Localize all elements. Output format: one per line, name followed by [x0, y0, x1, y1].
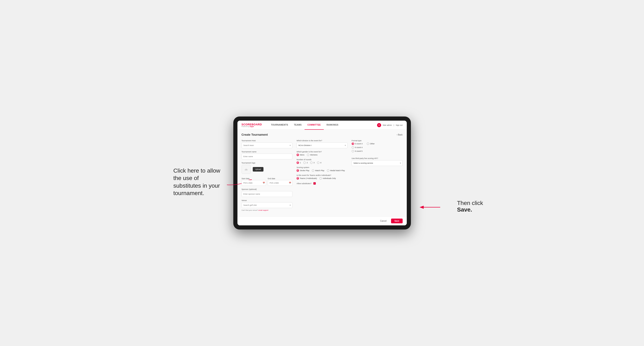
rounds-1-radio[interactable]	[296, 162, 299, 164]
gender-radio-group: Mens Womens	[296, 154, 348, 156]
gender-mens[interactable]: Mens	[296, 154, 304, 156]
scoring-medal-match-radio[interactable]	[327, 169, 329, 172]
substitutes-label: Allow substitutes?	[296, 182, 311, 184]
logo-placeholder-icon: ⛰	[242, 165, 251, 174]
tournament-name-label: Tournament name	[242, 151, 292, 153]
nav-signout[interactable]: Sign out	[396, 124, 402, 126]
gender-label: Which gender is the event for?	[296, 151, 348, 153]
format-6count5-radio[interactable]	[352, 150, 354, 152]
tournament-logo-label: Tournament logo	[242, 162, 292, 164]
format-grid: 5 count 4 Other 6 count 4	[352, 143, 403, 152]
logo-scoreboard: SCOREBOARD	[242, 123, 262, 126]
page-header: Create Tournament ‹ Back	[242, 133, 403, 136]
venue-input[interactable]	[242, 202, 292, 208]
form-section-right: Format type 5 count 4 Other	[352, 140, 403, 166]
nav-link-teams[interactable]: TEAMS	[291, 121, 305, 130]
field-sponsor: Sponsor (optional)	[242, 188, 292, 197]
nav-links: TOURNAMENTS TEAMS COMMITTEE RANKINGS	[268, 121, 377, 130]
tournament-host-label: Tournament Host	[242, 140, 292, 142]
substitutes-checkbox[interactable]	[313, 182, 316, 185]
scoring-stroke-play[interactable]: Stroke Play	[296, 169, 309, 172]
division-select[interactable]: NCAA Division I	[296, 143, 348, 148]
format-other-radio[interactable]	[367, 143, 369, 145]
division-label: Which division is the event for?	[296, 140, 348, 142]
substitutes-checkbox-item[interactable]: Allow substitutes?	[296, 182, 348, 185]
event-type-teams[interactable]: Teams (+Individuals)	[296, 177, 317, 179]
nav-link-tournaments[interactable]: TOURNAMENTS	[268, 121, 291, 130]
form-section-left: Tournament Host Tournament name Tourname…	[242, 140, 292, 211]
field-tournament-name: Tournament name	[242, 151, 292, 159]
field-tournament-host: Tournament Host	[242, 140, 292, 148]
field-venue: Venue Can't find your venue? email suppo…	[242, 199, 292, 211]
gender-womens[interactable]: Womens	[307, 154, 317, 156]
scoring-match-play-radio[interactable]	[312, 169, 314, 172]
rounds-2-radio[interactable]	[303, 162, 306, 164]
event-type-individuals-radio[interactable]	[320, 177, 322, 179]
venue-help-text: Can't find your venue? email support	[242, 209, 292, 211]
nav-link-rankings[interactable]: RANKINGS	[324, 121, 341, 130]
format-5count4-radio[interactable]	[352, 143, 354, 145]
format-6count4-radio[interactable]	[352, 146, 354, 149]
end-date-label: End date	[268, 177, 275, 179]
tournament-name-input[interactable]	[242, 154, 292, 159]
field-gender: Which gender is the event for? Mens Wome…	[296, 151, 348, 156]
scoring-match-play[interactable]: Match Play	[312, 169, 324, 172]
event-type-individuals[interactable]: Individuals Only	[320, 177, 336, 179]
arrow-right	[420, 203, 442, 211]
page-title: Create Tournament	[242, 133, 268, 136]
email-support-link[interactable]: email support	[258, 209, 268, 211]
gender-mens-radio[interactable]	[296, 154, 299, 156]
tablet-frame: SCOREBOARD Powered by clippd TOURNAMENTS…	[233, 117, 411, 229]
annotation-right: Then click Save.	[457, 200, 483, 213]
rounds-1[interactable]: 1	[296, 162, 301, 164]
nav-username: blair admin	[383, 124, 392, 126]
scoring-api-select[interactable]: Select a scoring service	[352, 160, 403, 166]
field-event-type: Is this event for Teams and/or Individua…	[296, 174, 348, 179]
format-6count4[interactable]: 6 count 4	[352, 146, 403, 149]
event-type-teams-radio[interactable]	[296, 177, 299, 179]
sponsor-input[interactable]	[242, 191, 292, 197]
nav-bar: SCOREBOARD Powered by clippd TOURNAMENTS…	[238, 121, 407, 130]
rounds-4[interactable]: 4	[317, 162, 321, 164]
field-tournament-logo: Tournament logo ⛰ Upload	[242, 162, 292, 174]
event-type-radio-group: Teams (+Individuals) Individuals Only	[296, 177, 348, 179]
scoring-label: Scoring system	[296, 167, 348, 169]
calendar-icon-start: 📅	[263, 182, 265, 184]
save-button[interactable]: Save	[391, 219, 402, 223]
rounds-4-radio[interactable]	[317, 162, 320, 164]
scoring-api-label: Use third-party live scoring API?	[352, 157, 403, 159]
tournament-host-input[interactable]	[242, 143, 292, 148]
field-substitutes: Allow substitutes?	[296, 182, 348, 185]
gender-womens-radio[interactable]	[307, 154, 309, 156]
nav-link-committee[interactable]: COMMITTEE	[304, 121, 324, 130]
start-date-wrap: 📅	[242, 180, 266, 186]
form-footer: Cancel Save	[238, 216, 407, 225]
format-5count4[interactable]: 5 count 4	[352, 143, 362, 145]
format-other[interactable]: Other	[367, 143, 375, 145]
upload-button[interactable]: Upload	[253, 167, 264, 172]
form-section-middle: Which division is the event for? NCAA Di…	[296, 140, 348, 185]
form-grid: Tournament Host Tournament name Tourname…	[242, 140, 403, 211]
scoring-medal-match[interactable]: Medal Match Play	[327, 169, 345, 172]
rounds-2[interactable]: 2	[303, 162, 308, 164]
venue-label: Venue	[242, 199, 292, 201]
rounds-radio-group: 1 2 3	[296, 162, 348, 164]
scoring-stroke-play-radio[interactable]	[296, 169, 299, 172]
end-date-wrap: 📅	[268, 180, 292, 186]
logo-powered: Powered by clippd	[242, 126, 262, 127]
scoring-radio-group: Stroke Play Match Play Medal Match Play	[296, 169, 348, 172]
format-6count5[interactable]: 6 count 5	[352, 150, 403, 152]
field-format: Format type 5 count 4 Other	[352, 140, 403, 152]
annotation-left: Click here to allow the use of substitut…	[174, 167, 227, 197]
field-division: Which division is the event for? NCAA Di…	[296, 140, 348, 148]
logo-area: SCOREBOARD Powered by clippd	[242, 123, 262, 127]
logo-upload-area: ⛰ Upload	[242, 165, 292, 174]
cancel-button[interactable]: Cancel	[378, 219, 389, 223]
rounds-label: Number of rounds	[296, 159, 348, 161]
nav-avatar: B	[377, 123, 381, 127]
rounds-3-radio[interactable]	[310, 162, 312, 164]
sponsor-label: Sponsor (optional)	[242, 188, 292, 190]
format-label: Format type	[352, 140, 403, 142]
back-link[interactable]: ‹ Back	[397, 134, 402, 136]
rounds-3[interactable]: 3	[310, 162, 314, 164]
